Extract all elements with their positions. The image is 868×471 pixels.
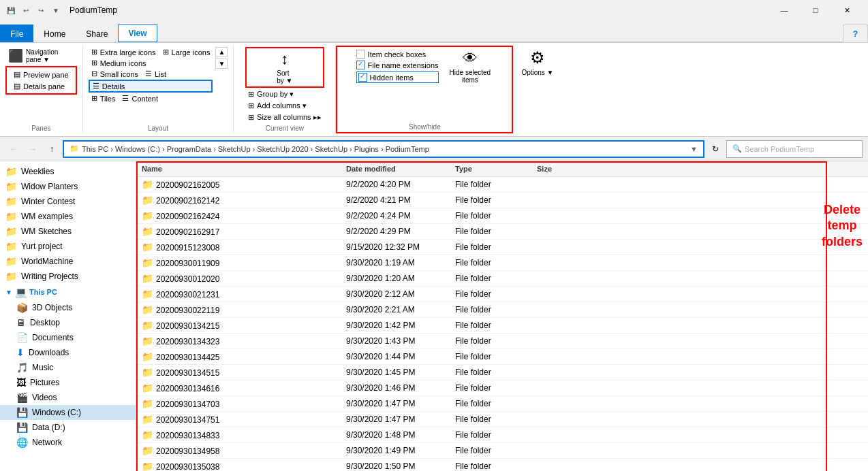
- close-button[interactable]: ✕: [831, 0, 863, 20]
- hide-selected-items-btn[interactable]: 👁 Hide selecteditems: [447, 48, 494, 85]
- dropdown-icon[interactable]: ▼: [50, 5, 61, 16]
- add-columns-btn[interactable]: ⊞ Add columns ▾: [245, 101, 324, 111]
- file-size: [531, 324, 586, 327]
- search-box[interactable]: 🔍 Search PodiumTemp: [726, 140, 863, 158]
- file-name-ext-checkbox[interactable]: [356, 61, 365, 69]
- hidden-items-checkbox[interactable]: [358, 73, 367, 82]
- table-row[interactable]: 📁20200902162005 9/2/2020 4:20 PM File fo…: [136, 177, 868, 193]
- layout-down-btn[interactable]: ▼: [215, 59, 228, 69]
- file-list-area: Deletetempfolders Name Date modified Typ…: [136, 161, 868, 471]
- sidebar-item-weeklies[interactable]: 📁 Weeklies: [0, 164, 136, 179]
- table-row[interactable]: 📁20200930134323 9/30/2020 1:43 PM File f…: [136, 334, 868, 349]
- sidebar-item-pictures[interactable]: 🖼 Pictures: [0, 375, 136, 390]
- sidebar-item-network[interactable]: 🌐 Network: [0, 435, 136, 450]
- file-name-extensions-label[interactable]: File name extensions: [356, 61, 439, 69]
- col-header-name[interactable]: Name: [136, 163, 341, 175]
- tiles-btn[interactable]: ⊞ Tiles: [89, 93, 119, 103]
- extra-large-icons-btn[interactable]: ⊞ Extra large icons: [89, 47, 159, 57]
- this-pc-icon: 💻: [15, 287, 27, 297]
- large-icons-btn[interactable]: ⊞ Large icons: [160, 47, 213, 57]
- maximize-button[interactable]: □: [800, 0, 831, 20]
- sidebar-item-desktop[interactable]: 🖥 Desktop: [0, 315, 136, 330]
- sidebar-item-documents[interactable]: 📄 Documents: [0, 330, 136, 345]
- preview-pane-btn[interactable]: ▤ Preview pane: [8, 69, 74, 80]
- title-bar-left: 💾 ↩ ↪ ▼ PodiumTemp: [5, 5, 117, 16]
- medium-icons-btn[interactable]: ⊞ Medium icons: [89, 58, 149, 68]
- sidebar-item-windows-c[interactable]: 💾 Windows (C:): [0, 405, 136, 420]
- sidebar-item-downloads[interactable]: ⬇ Downloads: [0, 345, 136, 360]
- table-row[interactable]: 📁20200902162142 9/2/2020 4:21 PM File fo…: [136, 193, 868, 208]
- sidebar-item-videos[interactable]: 🎬 Videos: [0, 390, 136, 405]
- col-header-size[interactable]: Size: [531, 163, 586, 175]
- navigation-pane-btn[interactable]: ⬛ Navigationpane ▼: [5, 47, 77, 65]
- table-row[interactable]: 📁20200902162424 9/2/2020 4:24 PM File fo…: [136, 208, 868, 224]
- sidebar-item-data-d[interactable]: 💾 Data (D:): [0, 420, 136, 435]
- minimize-button[interactable]: —: [769, 0, 800, 20]
- sidebar-item-worldmachine[interactable]: 📁 WorldMachine: [0, 254, 136, 269]
- sidebar-item-winter-contest[interactable]: 📁 Winter Contest: [0, 194, 136, 209]
- folder-icon: 📁: [142, 461, 153, 471]
- table-row[interactable]: 📁20200915123008 9/15/2020 12:32 PM File …: [136, 240, 868, 255]
- tab-view[interactable]: View: [118, 25, 157, 42]
- table-row[interactable]: 📁20200930022119 9/30/2020 2:21 AM File f…: [136, 302, 868, 318]
- window-title: PodiumTemp: [69, 5, 117, 15]
- refresh-button[interactable]: ↻: [707, 141, 724, 157]
- file-name: 📁20200930134515: [136, 366, 341, 379]
- tab-file[interactable]: File: [0, 25, 33, 42]
- details-btn[interactable]: ☰ Details: [90, 81, 128, 91]
- sidebar-item-yurt-project[interactable]: 📁 Yurt project: [0, 239, 136, 254]
- hidden-items-label[interactable]: Hidden items: [356, 71, 439, 83]
- folder-icon: 📁: [5, 241, 17, 252]
- table-row[interactable]: 📁20200930011909 9/30/2020 1:19 AM File f…: [136, 255, 868, 271]
- item-check-boxes-checkbox[interactable]: [356, 50, 365, 59]
- file-date: 9/30/2020 1:48 PM: [341, 429, 450, 441]
- col-header-type[interactable]: Type: [450, 163, 531, 175]
- address-bar[interactable]: 📁 This PC › Windows (C:) › ProgramData ›…: [63, 140, 704, 158]
- layout-up-btn[interactable]: ▲: [215, 47, 228, 57]
- file-date: 9/2/2020 4:21 PM: [341, 194, 450, 206]
- help-button[interactable]: ?: [843, 25, 868, 42]
- table-row[interactable]: 📁20200902162917 9/2/2020 4:29 PM File fo…: [136, 224, 868, 240]
- table-row[interactable]: 📁20200930134215 9/30/2020 1:42 PM File f…: [136, 318, 868, 334]
- table-row[interactable]: 📁20200930135038 9/30/2020 1:50 PM File f…: [136, 459, 868, 471]
- sidebar-item-wm-examples[interactable]: 📁 WM examples: [0, 209, 136, 224]
- back-button[interactable]: ←: [5, 141, 22, 157]
- table-row[interactable]: 📁20200930134616 9/30/2020 1:46 PM File f…: [136, 380, 868, 396]
- layout-icon4: ⊟: [91, 69, 97, 78]
- this-pc-section[interactable]: ▼ 💻 This PC: [0, 284, 136, 300]
- size-all-columns-btn[interactable]: ⊞ Size all columns ▸▸: [245, 112, 324, 123]
- tab-share[interactable]: Share: [76, 25, 118, 42]
- details-icon: ▤: [14, 82, 20, 91]
- sidebar-item-wm-sketches[interactable]: 📁 WM Sketches: [0, 224, 136, 239]
- file-date: 9/30/2020 1:46 PM: [341, 382, 450, 394]
- file-type: File folder: [450, 178, 531, 191]
- file-date: 9/30/2020 1:47 PM: [341, 413, 450, 425]
- item-check-boxes-label[interactable]: Item check boxes: [356, 50, 439, 59]
- sidebar-item-widow-planters[interactable]: 📁 Widow Planters: [0, 179, 136, 194]
- sidebar-item-3d-objects[interactable]: 📦 3D Objects: [0, 300, 136, 315]
- file-name: 📁20200902162424: [136, 209, 341, 223]
- group-by-btn[interactable]: ⊞ Group by ▾: [245, 89, 324, 99]
- sidebar: 📁 Weeklies 📁 Widow Planters 📁 Winter Con…: [0, 161, 136, 471]
- sort-btn[interactable]: ↕ Sortby ▼: [247, 49, 322, 86]
- up-button[interactable]: ↑: [44, 141, 60, 157]
- table-row[interactable]: 📁20200930134833 9/30/2020 1:48 PM File f…: [136, 427, 868, 443]
- table-row[interactable]: 📁20200930134425 9/30/2020 1:44 PM File f…: [136, 349, 868, 365]
- table-row[interactable]: 📁20200930134958 9/30/2020 1:49 PM File f…: [136, 443, 868, 459]
- details-pane-btn[interactable]: ▤ Details pane: [8, 80, 74, 92]
- col-header-date[interactable]: Date modified: [341, 163, 450, 175]
- list-btn[interactable]: ☰ List: [142, 69, 169, 79]
- table-row[interactable]: 📁20200930134751 9/30/2020 1:47 PM File f…: [136, 412, 868, 427]
- content-btn[interactable]: ☰ Content: [119, 93, 161, 103]
- forward-button[interactable]: →: [25, 141, 41, 157]
- table-row[interactable]: 📁20200930021231 9/30/2020 2:12 AM File f…: [136, 287, 868, 302]
- small-icons-btn[interactable]: ⊟ Small icons: [89, 69, 141, 79]
- sidebar-item-writing-projects[interactable]: 📁 Writing Projects: [0, 269, 136, 284]
- dropdown-arrow[interactable]: ▼: [690, 145, 698, 153]
- table-row[interactable]: 📁20200930134703 9/30/2020 1:47 PM File f…: [136, 396, 868, 412]
- table-row[interactable]: 📁20200930134515 9/30/2020 1:45 PM File f…: [136, 365, 868, 380]
- options-btn[interactable]: ⚙ Options ▼: [518, 47, 556, 78]
- sidebar-item-music[interactable]: 🎵 Music: [0, 360, 136, 375]
- tab-home[interactable]: Home: [33, 25, 76, 42]
- table-row[interactable]: 📁20200930012020 9/30/2020 1:20 AM File f…: [136, 271, 868, 287]
